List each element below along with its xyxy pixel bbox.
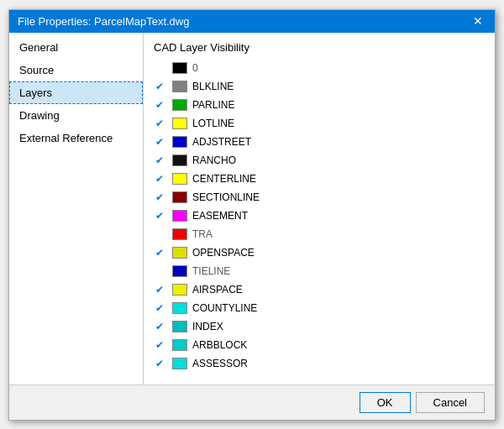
layer-row[interactable]: ✔CENTERLINE bbox=[154, 170, 485, 188]
cancel-button[interactable]: Cancel bbox=[416, 392, 485, 413]
color-swatch bbox=[172, 339, 187, 351]
layer-name: ASSESSOR bbox=[192, 358, 248, 369]
section-title: CAD Layer Visibility bbox=[154, 41, 485, 54]
layer-name: TRA bbox=[192, 228, 213, 240]
color-swatch bbox=[172, 81, 187, 92]
file-properties-dialog: File Properties: ParcelMapText.dwg ✕ Gen… bbox=[8, 9, 496, 421]
color-swatch bbox=[172, 191, 187, 203]
sidebar: GeneralSourceLayersDrawingExternal Refer… bbox=[9, 33, 144, 385]
layer-name: ADJSTREET bbox=[192, 136, 251, 148]
dialog-body: GeneralSourceLayersDrawingExternal Refer… bbox=[9, 33, 495, 385]
check-icon: ✔ bbox=[155, 284, 172, 296]
layer-row[interactable]: ✔ADJSTREET bbox=[154, 133, 485, 151]
layer-row[interactable]: NODE bbox=[154, 373, 485, 376]
color-swatch bbox=[172, 358, 187, 369]
layer-name: RANCHO bbox=[192, 154, 236, 166]
color-swatch bbox=[172, 321, 187, 332]
ok-button[interactable]: OK bbox=[360, 392, 411, 413]
layer-row[interactable]: ✔SECTIONLINE bbox=[154, 188, 485, 207]
layer-name: PARLINE bbox=[192, 99, 234, 111]
check-icon: ✔ bbox=[155, 247, 172, 259]
check-icon: ✔ bbox=[155, 118, 172, 129]
dialog-footer: OK Cancel bbox=[9, 385, 495, 420]
layer-name: BLKLINE bbox=[192, 81, 234, 92]
layer-name: 0 bbox=[192, 62, 198, 74]
layer-name: EASEMENT bbox=[192, 210, 248, 222]
color-swatch bbox=[172, 284, 187, 296]
layer-name: COUNTYLINE bbox=[192, 302, 257, 314]
layer-row[interactable]: ✔OPENSPACE bbox=[154, 243, 485, 262]
layer-row[interactable]: ✔INDEX bbox=[154, 317, 485, 336]
color-swatch bbox=[172, 173, 187, 185]
layer-name: SECTIONLINE bbox=[192, 191, 260, 203]
main-content: CAD Layer Visibility 0✔BLKLINE✔PARLINE✔L… bbox=[144, 33, 495, 385]
layer-name: ARBBLOCK bbox=[192, 339, 247, 351]
layer-row[interactable]: ✔PARLINE bbox=[154, 96, 485, 114]
sidebar-item-layers[interactable]: Layers bbox=[9, 81, 143, 104]
layer-row[interactable]: ✔COUNTYLINE bbox=[154, 299, 485, 317]
layer-name: AIRSPACE bbox=[192, 284, 243, 296]
layer-row[interactable]: 0 bbox=[154, 59, 485, 77]
check-icon: ✔ bbox=[155, 302, 172, 314]
check-icon: ✔ bbox=[155, 173, 172, 185]
check-icon: ✔ bbox=[155, 210, 172, 222]
close-button[interactable]: ✕ bbox=[470, 15, 486, 27]
color-swatch bbox=[172, 99, 187, 111]
color-swatch bbox=[172, 228, 187, 240]
color-swatch bbox=[172, 302, 187, 314]
color-swatch bbox=[172, 154, 187, 166]
layer-row[interactable]: ✔LOTLINE bbox=[154, 114, 485, 133]
check-icon: ✔ bbox=[155, 136, 172, 148]
check-icon: ✔ bbox=[155, 99, 172, 111]
dialog-title: File Properties: ParcelMapText.dwg bbox=[18, 15, 189, 28]
check-icon: ✔ bbox=[155, 358, 172, 369]
layer-row[interactable]: ✔EASEMENT bbox=[154, 207, 485, 225]
layer-row[interactable]: TIELINE bbox=[154, 262, 485, 280]
layer-row[interactable]: TRA bbox=[154, 225, 485, 243]
layer-name: OPENSPACE bbox=[192, 247, 255, 259]
check-icon: ✔ bbox=[155, 154, 172, 166]
layer-row[interactable]: ✔BLKLINE bbox=[154, 77, 485, 96]
layer-row[interactable]: ✔ARBBLOCK bbox=[154, 336, 485, 354]
color-swatch bbox=[172, 247, 187, 259]
color-swatch bbox=[172, 265, 187, 277]
sidebar-item-general[interactable]: General bbox=[9, 36, 143, 59]
check-icon: ✔ bbox=[155, 339, 172, 351]
layer-name: TIELINE bbox=[192, 265, 230, 277]
sidebar-item-drawing[interactable]: Drawing bbox=[9, 104, 143, 127]
layer-row[interactable]: ✔AIRSPACE bbox=[154, 280, 485, 299]
layer-row[interactable]: ✔ASSESSOR bbox=[154, 354, 485, 373]
sidebar-item-source[interactable]: Source bbox=[9, 59, 143, 81]
color-swatch bbox=[172, 136, 187, 148]
check-icon: ✔ bbox=[155, 321, 172, 332]
sidebar-item-external-reference[interactable]: External Reference bbox=[9, 127, 143, 149]
layer-name: INDEX bbox=[192, 321, 223, 332]
check-icon: ✔ bbox=[155, 81, 172, 92]
color-swatch bbox=[172, 210, 187, 222]
layer-name: CENTERLINE bbox=[192, 173, 256, 185]
color-swatch bbox=[172, 62, 187, 74]
layer-row[interactable]: ✔RANCHO bbox=[154, 151, 485, 170]
layer-name: LOTLINE bbox=[192, 118, 234, 129]
title-bar: File Properties: ParcelMapText.dwg ✕ bbox=[9, 10, 495, 33]
color-swatch bbox=[172, 118, 187, 129]
layers-list[interactable]: 0✔BLKLINE✔PARLINE✔LOTLINE✔ADJSTREET✔RANC… bbox=[154, 59, 485, 376]
check-icon: ✔ bbox=[155, 191, 172, 203]
